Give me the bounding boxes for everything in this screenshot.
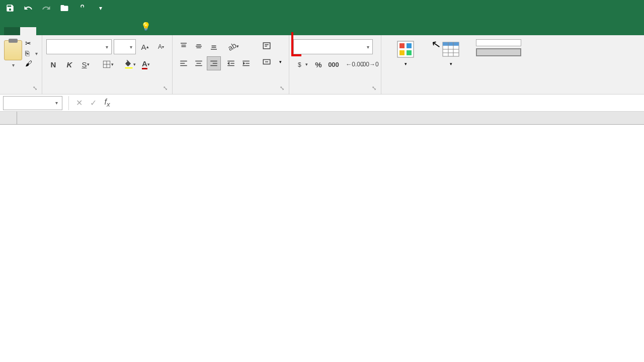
tell-me-search[interactable]: 💡 <box>133 18 162 35</box>
tab-data[interactable] <box>85 27 101 35</box>
tab-page-layout[interactable] <box>52 27 68 35</box>
increase-indent-icon[interactable] <box>239 56 253 70</box>
align-center-icon[interactable] <box>192 56 206 70</box>
number-format-combo[interactable]: ▾ <box>293 39 373 54</box>
comma-icon[interactable]: 000 <box>327 57 341 71</box>
copy-icon: ⎘ <box>25 49 29 57</box>
align-left-icon[interactable] <box>177 56 191 70</box>
paste-icon <box>4 40 22 60</box>
accounting-format-icon[interactable]: $▾ <box>293 57 310 71</box>
align-bottom-icon[interactable] <box>207 39 221 53</box>
increase-font-icon[interactable]: A▴ <box>138 40 152 54</box>
svg-rect-35 <box>399 50 405 55</box>
tab-view[interactable] <box>117 27 133 35</box>
decrease-font-icon[interactable]: A▾ <box>154 40 168 54</box>
title-bar: ▾ <box>0 0 644 16</box>
select-all-corner[interactable] <box>0 112 17 124</box>
format-as-table-button[interactable]: ▾ <box>431 39 471 66</box>
svg-rect-38 <box>443 42 459 46</box>
group-font: ▾ ▾ A▴ A▾ N K S▾ ▾ <box>42 35 173 94</box>
decrease-decimal-icon[interactable]: .00→0 <box>363 57 377 71</box>
align-top-icon[interactable] <box>177 39 191 53</box>
wrap-text-button[interactable] <box>259 39 285 52</box>
enter-formula-icon[interactable]: ✓ <box>86 98 100 108</box>
undo-icon[interactable] <box>22 2 34 14</box>
border-button[interactable]: ▾ <box>101 57 115 71</box>
scissors-icon: ✂ <box>25 39 31 47</box>
align-right-icon[interactable] <box>207 56 221 70</box>
cancel-formula-icon[interactable]: ✕ <box>72 98 86 108</box>
group-clipboard: ▾ ✂ ⎘ ▾ 🖌 ⤡ <box>0 35 42 94</box>
svg-text:$: $ <box>298 61 301 68</box>
fill-color-button[interactable]: ▾ <box>123 57 137 71</box>
save-icon[interactable] <box>4 2 16 14</box>
column-headers[interactable] <box>0 112 644 125</box>
style-cell-highlight[interactable] <box>476 48 521 56</box>
tab-formulas[interactable] <box>68 27 85 35</box>
number-launcher-icon[interactable]: ⤡ <box>372 85 379 92</box>
format-painter-button[interactable]: 🖌 <box>25 59 38 67</box>
decrease-indent-icon[interactable] <box>224 56 238 70</box>
tab-file[interactable] <box>4 27 20 35</box>
percent-icon[interactable]: % <box>311 57 326 71</box>
worksheet <box>0 112 644 125</box>
svg-rect-36 <box>407 50 412 55</box>
group-styles: ▾ ▾ <box>381 35 525 94</box>
clipboard-launcher-icon[interactable]: ⤡ <box>33 85 40 92</box>
cut-button[interactable]: ✂ <box>25 39 38 47</box>
bulb-icon: 💡 <box>141 22 151 31</box>
italic-button[interactable]: K <box>62 57 76 71</box>
svg-rect-3 <box>125 67 132 68</box>
group-number: ▾ $▾ % 000 ←0.00 .00→0 <box>289 35 381 94</box>
formula-bar: ▾ ✕ ✓ fx <box>0 95 644 112</box>
underline-button[interactable]: S▾ <box>78 57 93 71</box>
bold-button[interactable]: N <box>46 57 60 71</box>
redo-icon[interactable] <box>40 2 52 14</box>
tab-insert[interactable] <box>36 27 52 35</box>
paste-button[interactable]: ▾ <box>4 37 22 68</box>
fx-icon[interactable]: fx <box>100 98 114 108</box>
open-icon[interactable] <box>58 2 70 14</box>
ribbon-tabs: 💡 <box>0 16 644 35</box>
tab-review[interactable] <box>101 27 117 35</box>
copy-button[interactable]: ⎘ ▾ <box>25 49 38 57</box>
brush-icon: 🖌 <box>25 59 32 67</box>
font-color-button[interactable]: A▾ <box>139 57 153 71</box>
merge-center-button[interactable]: ▾ <box>259 55 285 68</box>
alignment-launcher-icon[interactable]: ⤡ <box>280 85 287 92</box>
font-name-combo[interactable]: ▾ <box>46 39 112 54</box>
touch-mode-icon[interactable] <box>76 2 89 14</box>
ribbon: ▾ ✂ ⎘ ▾ 🖌 ⤡ <box>0 35 644 95</box>
group-alignment: ab▾ ▾ ⤡ <box>173 35 289 94</box>
align-middle-icon[interactable] <box>192 39 206 53</box>
qat-customize-icon[interactable]: ▾ <box>95 2 107 14</box>
tab-home[interactable] <box>20 27 36 35</box>
svg-rect-34 <box>407 43 412 48</box>
font-launcher-icon[interactable]: ⤡ <box>163 85 170 92</box>
svg-rect-33 <box>399 43 405 48</box>
name-box[interactable]: ▾ <box>3 96 62 110</box>
font-size-combo[interactable]: ▾ <box>114 39 136 54</box>
style-normal[interactable] <box>476 39 521 46</box>
increase-decimal-icon[interactable]: ←0.00 <box>348 57 362 71</box>
orientation-icon[interactable]: ab▾ <box>224 39 243 53</box>
conditional-formatting-button[interactable]: ▾ <box>385 39 426 66</box>
